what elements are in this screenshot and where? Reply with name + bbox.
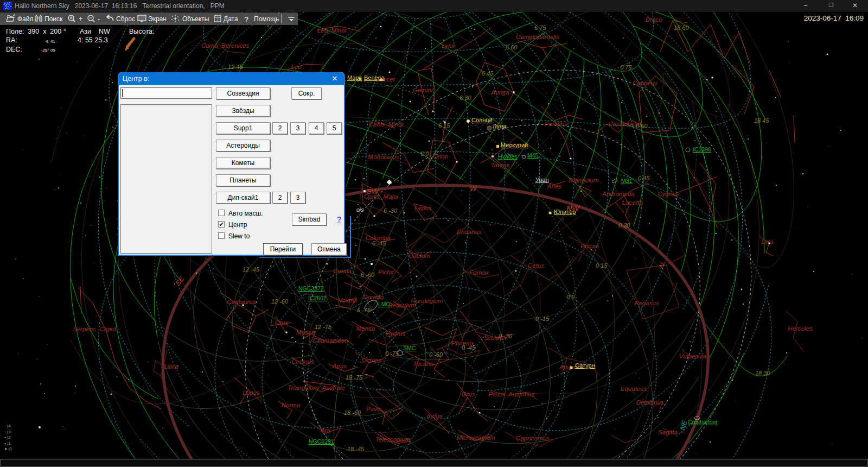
svg-text:6 -60: 6 -60 xyxy=(361,272,375,278)
svg-text:NGC3372: NGC3372 xyxy=(298,285,324,292)
svg-text:Centaurus: Centaurus xyxy=(227,299,256,305)
svg-text:Pavo: Pavo xyxy=(366,406,381,412)
svg-text:Leo: Leo xyxy=(291,64,302,70)
svg-text:6 -75: 6 -75 xyxy=(357,307,371,313)
svg-text:Musca: Musca xyxy=(296,329,315,336)
svg-text:Венера: Венера xyxy=(364,74,385,81)
svg-text:Triangulum: Triangulum xyxy=(568,177,599,184)
svg-text:Луна: Луна xyxy=(493,123,507,129)
svg-text:Gemini: Gemini xyxy=(413,87,433,93)
svg-text:Orion: Orion xyxy=(433,153,448,160)
svg-text:SMC: SMC xyxy=(403,345,416,351)
svg-text:Hercules: Hercules xyxy=(788,325,813,332)
svg-text:Aries: Aries xyxy=(547,183,561,190)
svg-text:Carina: Carina xyxy=(333,268,352,274)
svg-text:0 75: 0 75 xyxy=(620,64,632,71)
svg-text:Canis_Minor: Canis_Minor xyxy=(369,121,405,128)
svg-text:12 -45: 12 -45 xyxy=(242,266,260,273)
svg-text:Pisces: Pisces xyxy=(580,243,599,249)
svg-text:12 45: 12 45 xyxy=(228,64,243,70)
svg-text:Draco: Draco xyxy=(646,16,662,23)
svg-text:Caelum: Caelum xyxy=(409,253,430,259)
svg-text:Equuleus: Equuleus xyxy=(621,386,647,392)
svg-text:7: 7 xyxy=(216,18,219,22)
svg-text:6 -45: 6 -45 xyxy=(372,240,386,247)
svg-text:Telescopium: Telescopium xyxy=(375,436,411,443)
svg-text:6 45: 6 45 xyxy=(482,70,494,77)
svg-text:0 45: 0 45 xyxy=(638,175,650,181)
svg-text:Dorado: Dorado xyxy=(363,294,384,300)
svg-text:Ara: Ara xyxy=(320,427,330,433)
svg-text:0 -15: 0 -15 xyxy=(535,315,550,322)
svg-text:Vulpecula: Vulpecula xyxy=(679,353,706,359)
svg-text:6 30: 6 30 xyxy=(459,94,471,101)
svg-text:Coma_Berenices: Coma_Berenices xyxy=(201,42,249,49)
svg-text:Cygnus: Cygnus xyxy=(658,191,679,197)
svg-text:Octans: Octans xyxy=(362,357,382,363)
svg-text:Indus: Indus xyxy=(427,413,442,419)
svg-text:18 60: 18 60 xyxy=(674,24,689,31)
svg-text:Tucana: Tucana xyxy=(413,361,433,367)
svg-text:Auriga: Auriga xyxy=(490,89,509,96)
svg-text:18 -60: 18 -60 xyxy=(344,409,361,416)
svg-text:Andromeda: Andromeda xyxy=(602,191,634,197)
svg-text:Hydrus: Hydrus xyxy=(386,330,406,337)
svg-text:M31: M31 xyxy=(621,178,633,184)
svg-text:Norma: Norma xyxy=(282,402,301,408)
svg-text:Perseus: Perseus xyxy=(545,121,567,127)
svg-text:6 60: 6 60 xyxy=(506,44,518,51)
svg-text:0 -45: 0 -45 xyxy=(462,344,476,351)
svg-text:Leo_Minor: Leo_Minor xyxy=(317,27,348,34)
svg-text:Piscis_Austrinus: Piscis_Austrinus xyxy=(489,391,535,397)
svg-text:Volans: Volans xyxy=(339,297,358,304)
svg-text:Grus: Grus xyxy=(462,391,475,397)
svg-text:IC1396: IC1396 xyxy=(693,146,711,153)
svg-text:0 60: 0 60 xyxy=(636,123,648,129)
svg-text:Apus: Apus xyxy=(332,363,347,369)
svg-text:6 15: 6 15 xyxy=(438,122,450,129)
svg-text:Lynx: Lynx xyxy=(442,42,455,49)
svg-text:Microscopium: Microscopium xyxy=(457,434,495,441)
svg-text:Lupus: Lupus xyxy=(242,389,260,396)
svg-text:Monoceros: Monoceros xyxy=(368,154,399,160)
svg-text:NGC6231: NGC6231 xyxy=(309,438,334,445)
svg-text:Taurus: Taurus xyxy=(491,162,510,168)
svg-text:Cetus: Cetus xyxy=(528,262,544,269)
svg-text:Pictor: Pictor xyxy=(378,269,395,275)
svg-text:Eridanus: Eridanus xyxy=(457,229,482,235)
svg-text:M45: M45 xyxy=(527,152,539,159)
svg-text:ois: ois xyxy=(356,206,364,213)
svg-text:Crux: Crux xyxy=(275,319,289,326)
svg-text:6 -30: 6 -30 xyxy=(384,207,398,214)
svg-text:0 -60: 0 -60 xyxy=(429,351,443,358)
svg-text:NE: NE xyxy=(678,419,688,431)
svg-text:Hyades: Hyades xyxy=(498,153,518,160)
svg-text:Lyra: Lyra xyxy=(761,238,773,245)
svg-text:Солнце: Солнце xyxy=(471,117,493,123)
svg-text:Coathanger: Coathanger xyxy=(688,419,718,425)
svg-text:SW: SW xyxy=(367,187,379,195)
svg-text:W: W xyxy=(470,185,477,193)
svg-text:12 -75: 12 -75 xyxy=(315,324,332,330)
svg-text:Lacerta: Lacerta xyxy=(622,199,643,206)
svg-text:LMC: LMC xyxy=(378,301,391,307)
svg-text:18 45: 18 45 xyxy=(754,117,769,124)
svg-text:Circinus: Circinus xyxy=(291,358,314,365)
svg-text:Sagitta: Sagitta xyxy=(658,429,678,436)
svg-text:6 75: 6 75 xyxy=(534,24,546,31)
svg-text:Уран: Уран xyxy=(535,176,549,183)
svg-text:18 30: 18 30 xyxy=(755,370,770,376)
svg-text:Triangulum_Australe: Triangulum_Australe xyxy=(288,384,344,391)
svg-text:Cepheus: Cepheus xyxy=(633,80,658,86)
svg-text:IC2602: IC2602 xyxy=(308,295,327,301)
svg-text:Fornax: Fornax xyxy=(469,269,489,276)
svg-text:Lepus: Lepus xyxy=(414,205,432,211)
svg-text:Cassiopeia: Cassiopeia xyxy=(609,121,640,127)
svg-text:18 -75: 18 -75 xyxy=(346,374,363,381)
svg-text:Libra: Libra xyxy=(164,363,178,370)
svg-text:Capricornus: Capricornus xyxy=(516,435,550,441)
svg-text:NW: NW xyxy=(566,204,580,213)
svg-text:18 -45: 18 -45 xyxy=(347,446,365,452)
svg-text:Delphinus: Delphinus xyxy=(636,399,663,406)
svg-text:0 30: 0 30 xyxy=(618,222,630,229)
